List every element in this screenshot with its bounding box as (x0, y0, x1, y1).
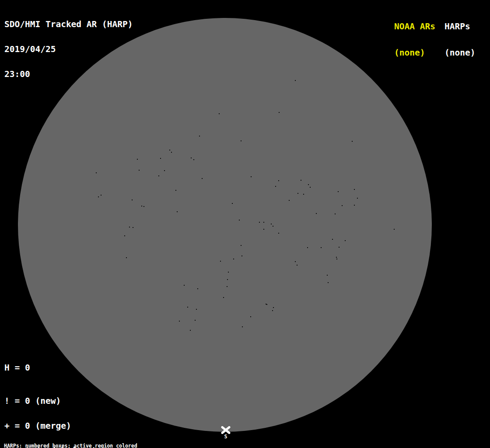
harp-count-label: H = 0 (4, 364, 30, 372)
legend-item-new: ! = 0 (new) (4, 397, 102, 405)
noaa-ars-label: NOAA ARs (394, 22, 435, 31)
south-pole-marker: S (221, 426, 231, 439)
noaa-ars-column: NOAA ARs (none) (394, 5, 435, 66)
harps-column: HARPs (none) (444, 5, 475, 66)
legend-item-merge: + = 0 (merge) (4, 422, 102, 430)
harps-value: (none) (444, 49, 475, 57)
observation-date: 2019/04/25 (4, 45, 133, 53)
south-pole-label: S (221, 434, 231, 439)
footer-note-harps: HARPs: numbered boxes; active region col… (4, 444, 180, 448)
footer-notes: HARPs: numbered boxes; active region col… (4, 434, 180, 448)
harps-label: HARPs (444, 22, 475, 31)
page-title: SDO/HMI Tracked AR (HARP) (4, 20, 133, 28)
south-pole-x-icon (221, 426, 231, 434)
noaa-ars-value: (none) (394, 49, 435, 57)
header-block: SDO/HMI Tracked AR (HARP) 2019/04/25 23:… (4, 4, 133, 87)
observation-time: 23:00 (4, 70, 133, 78)
